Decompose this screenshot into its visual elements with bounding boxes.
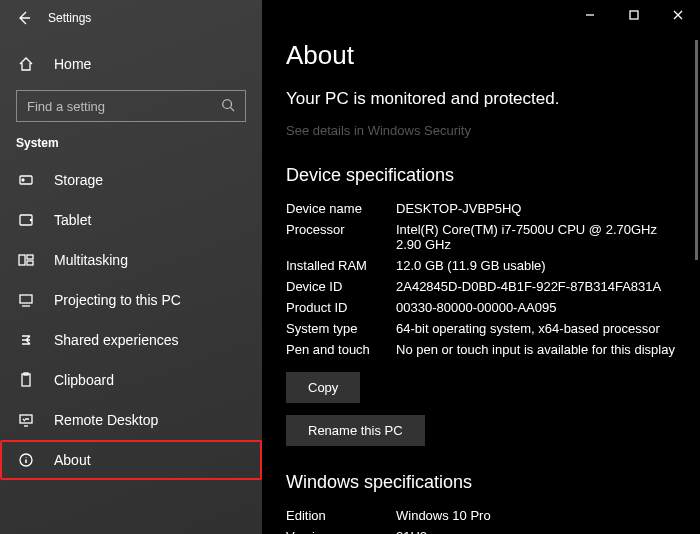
spec-value: 2A42845D-D0BD-4B1F-922F-87B314FA831A (396, 279, 661, 294)
content-area: About Your PC is monitored and protected… (262, 0, 700, 534)
arrow-left-icon (16, 10, 32, 26)
rename-pc-button[interactable]: Rename this PC (286, 415, 425, 446)
copy-button[interactable]: Copy (286, 372, 360, 403)
minimize-button[interactable] (568, 0, 612, 30)
spec-label: System type (286, 321, 396, 336)
spec-label: Device name (286, 201, 396, 216)
category-label: System (0, 136, 262, 160)
settings-window: Settings Home Find a setting System Stor… (0, 0, 700, 534)
sidebar-item-clipboard[interactable]: Clipboard (0, 360, 262, 400)
close-button[interactable] (656, 0, 700, 30)
remote-icon (16, 412, 36, 428)
sidebar-item-label: Shared experiences (54, 332, 179, 348)
sidebar-item-label: Multitasking (54, 252, 128, 268)
spec-row: Version21H2 (286, 526, 676, 534)
sidebar-item-multitasking[interactable]: Multitasking (0, 240, 262, 280)
svg-rect-13 (630, 11, 638, 19)
spec-label: Device ID (286, 279, 396, 294)
spec-label: Product ID (286, 300, 396, 315)
nav-list: StorageTabletMultitaskingProjecting to t… (0, 160, 262, 480)
svg-rect-8 (20, 295, 32, 303)
sidebar-item-label: About (54, 452, 91, 468)
spec-row: Pen and touchNo pen or touch input is av… (286, 339, 676, 360)
protection-status: Your PC is monitored and protected. (286, 89, 676, 109)
svg-rect-9 (22, 374, 30, 386)
multitasking-icon (16, 252, 36, 268)
spec-row: Installed RAM12.0 GB (11.9 GB usable) (286, 255, 676, 276)
svg-rect-6 (27, 255, 33, 259)
shared-icon (16, 332, 36, 348)
app-title: Settings (48, 11, 91, 25)
spec-value: Intel(R) Core(TM) i7-7500U CPU @ 2.70GHz… (396, 222, 676, 252)
scrollbar[interactable] (694, 40, 698, 526)
spec-label: Installed RAM (286, 258, 396, 273)
spec-label: Version (286, 529, 396, 534)
spec-value: 21H2 (396, 529, 427, 534)
spec-value: DESKTOP-JVBP5HQ (396, 201, 521, 216)
spec-label: Edition (286, 508, 396, 523)
device-spec-title: Device specifications (286, 165, 676, 186)
projecting-icon (16, 292, 36, 308)
sidebar-item-home[interactable]: Home (0, 44, 262, 84)
sidebar-item-label: Clipboard (54, 372, 114, 388)
spec-row: EditionWindows 10 Pro (286, 505, 676, 526)
sidebar-item-label: Home (54, 56, 91, 72)
spec-value: No pen or touch input is available for t… (396, 342, 675, 357)
maximize-button[interactable] (612, 0, 656, 30)
security-link[interactable]: See details in Windows Security (286, 123, 471, 138)
close-icon (673, 10, 683, 20)
windows-spec-title: Windows specifications (286, 472, 676, 493)
sidebar-item-label: Storage (54, 172, 103, 188)
windows-specs-grid: EditionWindows 10 ProVersion21H2Installe… (286, 505, 676, 534)
search-icon (221, 98, 235, 115)
sidebar-item-shared[interactable]: Shared experiences (0, 320, 262, 360)
spec-row: Device nameDESKTOP-JVBP5HQ (286, 198, 676, 219)
spec-value: 00330-80000-00000-AA095 (396, 300, 556, 315)
spec-row: System type64-bit operating system, x64-… (286, 318, 676, 339)
minimize-icon (585, 10, 595, 20)
device-specs-grid: Device nameDESKTOP-JVBP5HQProcessorIntel… (286, 198, 676, 360)
back-button[interactable] (8, 2, 40, 34)
spec-label: Pen and touch (286, 342, 396, 357)
sidebar-item-storage[interactable]: Storage (0, 160, 262, 200)
spec-value: Windows 10 Pro (396, 508, 491, 523)
svg-point-4 (30, 219, 31, 220)
storage-icon (16, 172, 36, 188)
spec-label: Processor (286, 222, 396, 252)
scrollbar-thumb[interactable] (695, 40, 698, 260)
tablet-icon (16, 212, 36, 228)
sidebar: Settings Home Find a setting System Stor… (0, 0, 262, 534)
sidebar-item-projecting[interactable]: Projecting to this PC (0, 280, 262, 320)
spec-row: Product ID00330-80000-00000-AA095 (286, 297, 676, 318)
home-icon (16, 56, 36, 72)
sidebar-item-label: Tablet (54, 212, 91, 228)
clipboard-icon (16, 372, 36, 388)
sidebar-item-tablet[interactable]: Tablet (0, 200, 262, 240)
svg-rect-5 (19, 255, 25, 265)
sidebar-item-remote[interactable]: Remote Desktop (0, 400, 262, 440)
spec-value: 12.0 GB (11.9 GB usable) (396, 258, 546, 273)
search-placeholder: Find a setting (27, 99, 105, 114)
search-input[interactable]: Find a setting (16, 90, 246, 122)
svg-point-2 (22, 179, 24, 181)
page-title: About (286, 40, 676, 71)
svg-rect-7 (27, 261, 33, 265)
caption-buttons (568, 0, 700, 30)
sidebar-item-label: Projecting to this PC (54, 292, 181, 308)
about-icon (16, 452, 36, 468)
maximize-icon (629, 10, 639, 20)
sidebar-item-about[interactable]: About (0, 440, 262, 480)
spec-row: ProcessorIntel(R) Core(TM) i7-7500U CPU … (286, 219, 676, 255)
sidebar-item-label: Remote Desktop (54, 412, 158, 428)
spec-row: Device ID2A42845D-D0BD-4B1F-922F-87B314F… (286, 276, 676, 297)
svg-point-0 (223, 99, 232, 108)
spec-value: 64-bit operating system, x64-based proce… (396, 321, 660, 336)
titlebar: Settings (0, 0, 262, 36)
